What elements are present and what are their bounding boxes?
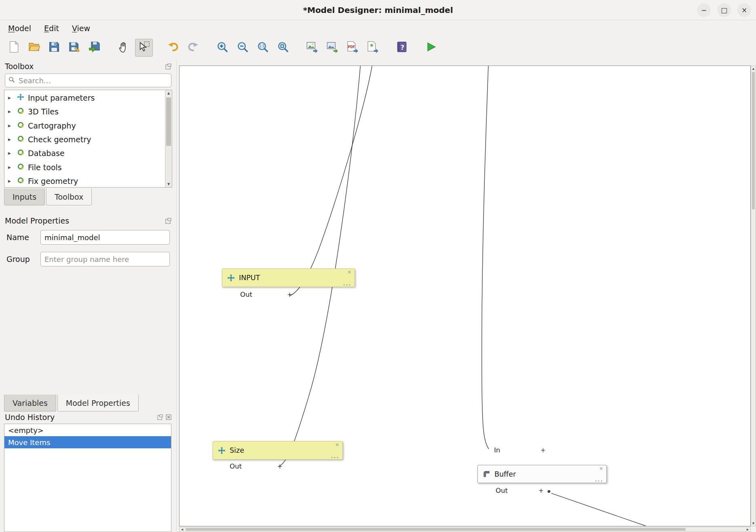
- tree-item-input-parameters[interactable]: ▶ Input parameters: [4, 91, 165, 105]
- node-remove-icon[interactable]: ×: [335, 442, 339, 448]
- tab-model-properties[interactable]: Model Properties: [57, 395, 139, 412]
- qgis-icon: [17, 121, 24, 130]
- undo-button[interactable]: [164, 39, 182, 57]
- canvas-area: INPUT × ••• Out + Size × ••• Out + In +: [179, 65, 756, 532]
- socket-plus-icon[interactable]: +: [277, 463, 283, 470]
- node-dots-icon[interactable]: •••: [343, 283, 351, 287]
- export-as-svg-button[interactable]: [323, 39, 341, 57]
- socket-label-out: Out: [496, 487, 508, 494]
- scroll-up-icon[interactable]: ▲: [165, 90, 172, 96]
- zoom-actual-button[interactable]: 1:1: [254, 39, 272, 57]
- node-input[interactable]: INPUT × •••: [222, 268, 355, 287]
- scroll-right-icon[interactable]: ▶: [745, 527, 750, 532]
- undo-item-move-items[interactable]: Move Items: [4, 436, 171, 448]
- new-file-icon: [7, 40, 20, 55]
- menu-model[interactable]: Model: [4, 21, 35, 35]
- tree-item-fix-geometry[interactable]: ▶ Fix geometry: [4, 174, 165, 188]
- run-model-button[interactable]: [422, 39, 440, 57]
- tree-item-file-tools[interactable]: ▶ File tools: [4, 160, 165, 174]
- pan-button[interactable]: [115, 39, 133, 57]
- undo-icon: [167, 40, 179, 55]
- toolbar: 1:1 PDF * ?: [0, 36, 756, 59]
- node-dots-icon[interactable]: •••: [595, 479, 603, 483]
- horizontal-scrollbar-thumb[interactable]: [186, 528, 686, 531]
- search-input[interactable]: [18, 76, 168, 85]
- menu-view[interactable]: View: [68, 21, 94, 35]
- node-buffer[interactable]: Buffer × •••: [477, 465, 607, 483]
- tab-toolbox[interactable]: Toolbox: [46, 188, 92, 205]
- zoom-full-button[interactable]: [274, 39, 292, 57]
- node-remove-icon[interactable]: ×: [347, 269, 351, 275]
- node-remove-icon[interactable]: ×: [599, 466, 603, 471]
- save-in-project-icon: [88, 40, 101, 55]
- zoom-in-button[interactable]: [213, 39, 231, 57]
- model-canvas[interactable]: INPUT × ••• Out + Size × ••• Out + In +: [179, 65, 751, 526]
- save-model-as-button[interactable]: [65, 39, 83, 57]
- tab-inputs[interactable]: Inputs: [4, 188, 45, 205]
- open-model-button[interactable]: [25, 39, 43, 57]
- tab-variables[interactable]: Variables: [4, 395, 56, 412]
- tree-item-3d-tiles[interactable]: ▶ 3D Tiles: [4, 105, 165, 118]
- socket-plus-icon[interactable]: +: [541, 447, 546, 454]
- export-pdf-icon: PDF: [346, 40, 359, 55]
- save-as-icon: [68, 40, 81, 55]
- select-move-item-button[interactable]: [135, 39, 153, 57]
- scroll-down-icon[interactable]: ▼: [751, 521, 756, 526]
- scroll-up-icon[interactable]: ▲: [751, 66, 756, 71]
- float-panel-icon[interactable]: [165, 218, 171, 224]
- vertical-scrollbar-thumb[interactable]: [752, 72, 755, 209]
- socket-dot-icon[interactable]: ●: [547, 489, 551, 493]
- edit-model-help-button[interactable]: ?: [393, 39, 411, 57]
- socket-plus-icon[interactable]: +: [538, 487, 544, 494]
- connection-line: [290, 66, 372, 296]
- model-name-input[interactable]: [40, 230, 170, 245]
- tree-item-check-geometry[interactable]: ▶ Check geometry: [4, 133, 165, 146]
- undo-item-empty[interactable]: <empty>: [4, 424, 171, 436]
- float-panel-icon[interactable]: [165, 63, 171, 70]
- name-label: Name: [6, 233, 36, 242]
- close-panel-icon[interactable]: [166, 414, 171, 420]
- close-icon[interactable]: ×: [737, 3, 751, 17]
- scroll-left-icon[interactable]: ◀: [179, 527, 185, 532]
- export-as-script-button[interactable]: *: [364, 39, 382, 57]
- canvas-horizontal-scrollbar[interactable]: ◀ ▶: [179, 527, 751, 532]
- maximize-icon[interactable]: □: [717, 3, 731, 17]
- node-label: INPUT: [239, 274, 260, 282]
- tree-scrollbar[interactable]: ▲ ▼: [165, 90, 172, 187]
- node-label: Buffer: [494, 470, 516, 478]
- scroll-down-icon[interactable]: ▼: [165, 181, 172, 187]
- save-model-button[interactable]: [45, 39, 63, 57]
- export-as-pdf-button[interactable]: PDF: [344, 39, 361, 57]
- save-in-project-button[interactable]: [86, 39, 103, 57]
- expand-arrow-icon[interactable]: ▶: [8, 165, 13, 169]
- sidebar: Toolbox ▶ Input parameters ▶ 3D Tiles: [0, 59, 177, 532]
- socket-plus-icon[interactable]: +: [287, 291, 292, 298]
- expand-arrow-icon[interactable]: ▶: [8, 137, 13, 141]
- tree-item-cartography[interactable]: ▶ Cartography: [4, 119, 165, 133]
- model-group-input[interactable]: [40, 252, 170, 266]
- parameter-icon: [227, 274, 235, 282]
- redo-button[interactable]: [184, 39, 202, 57]
- tree-item-database[interactable]: ▶ Database: [4, 146, 165, 160]
- float-panel-icon[interactable]: [157, 414, 163, 420]
- zoom-out-button[interactable]: [234, 39, 251, 57]
- expand-arrow-icon[interactable]: ▶: [8, 179, 13, 183]
- qgis-icon: [17, 177, 24, 186]
- window-title: *Model Designer: minimal_model: [303, 5, 453, 15]
- canvas-vertical-scrollbar[interactable]: ▲ ▼: [751, 65, 756, 526]
- new-model-button[interactable]: [5, 39, 23, 57]
- node-dots-icon[interactable]: •••: [331, 456, 339, 460]
- tree-scrollbar-thumb[interactable]: [166, 97, 171, 146]
- export-as-image-button[interactable]: [303, 39, 321, 57]
- export-image-icon: [306, 40, 319, 55]
- expand-arrow-icon[interactable]: ▶: [8, 96, 13, 100]
- tree-item-label: Input parameters: [28, 93, 95, 102]
- expand-arrow-icon[interactable]: ▶: [8, 151, 13, 155]
- expand-arrow-icon[interactable]: ▶: [8, 110, 13, 114]
- svg-text:?: ?: [401, 44, 404, 51]
- minimize-icon[interactable]: −: [697, 3, 711, 17]
- expand-arrow-icon[interactable]: ▶: [8, 124, 13, 128]
- node-size[interactable]: Size × •••: [213, 441, 343, 460]
- menu-edit[interactable]: Edit: [40, 21, 63, 35]
- qgis-icon: [17, 163, 24, 172]
